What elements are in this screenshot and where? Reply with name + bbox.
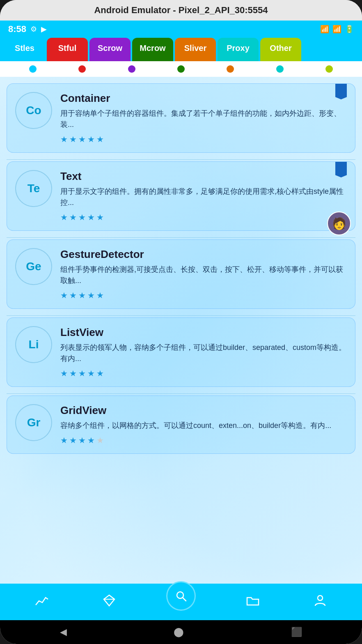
settings-icon: ⚙ (30, 25, 37, 34)
tab-stles[interactable]: Stles (4, 38, 45, 61)
dot-2 (128, 65, 135, 73)
diamond-nav-item[interactable] (99, 590, 119, 614)
list-item[interactable]: Gr GridView 容纳多个组件，以网格的方式。可以通过count、exte… (7, 396, 355, 454)
star-icon: ★ (96, 368, 104, 378)
tab-mcrow[interactable]: Mcrow (132, 38, 173, 61)
stars-row: ★ ★ ★ ★ ★ (60, 368, 347, 378)
card-desc: 列表显示的领军人物，容纳多个子组件，可以通过builder、separated、… (60, 342, 347, 364)
dot-6 (325, 65, 333, 73)
card-title: ListView (60, 326, 347, 339)
card-desc: 容纳多个组件，以网格的方式。可以通过count、exten...on、build… (60, 420, 347, 431)
star-icon: ★ (78, 435, 86, 445)
profile-nav-item[interactable] (310, 590, 330, 614)
card-desc: 组件手势事件的检测器,可接受点击、长按、双击，按下、松开、移动等事件，并可以获取… (60, 264, 347, 286)
tab-stful[interactable]: Stful (47, 38, 88, 61)
list-item[interactable]: Co Container 用于容纳单个子组件的容器组件。集成了若干个单子组件的功… (7, 83, 355, 153)
title-bar: Android Emulator - Pixel_2_API_30:5554 (0, 0, 362, 21)
svg-marker-0 (104, 595, 115, 606)
star-empty-icon: ★ (96, 435, 104, 445)
tab-stful-label: Stful (58, 44, 76, 53)
stars-row: ★ ★ ★ ★ ★ (60, 290, 347, 300)
analytics-nav-item[interactable] (32, 590, 52, 614)
bookmark-icon (335, 84, 347, 99)
battery-icon: 🔋 (345, 25, 354, 34)
list-item[interactable]: Li ListView 列表显示的领军人物，容纳多个子组件，可以通过builde… (7, 317, 355, 387)
dot-1 (78, 65, 86, 73)
star-icon: ★ (87, 290, 95, 300)
search-fab[interactable] (166, 581, 196, 611)
tab-proxy[interactable]: Proxy (218, 38, 259, 61)
avatar: Co (15, 92, 52, 129)
dot-0 (29, 65, 37, 73)
star-icon: ★ (96, 212, 104, 222)
tab-other-label: Other (270, 44, 291, 53)
star-icon: ★ (69, 212, 77, 222)
dots-row (0, 61, 362, 77)
status-left: 8:58 ⚙ ▶ (8, 24, 47, 34)
card-desc: 用于显示文字的组件。拥有的属性非常多，足够满足你的使用需求,核心样式由style… (60, 186, 347, 208)
play-icon: ▶ (41, 25, 47, 34)
star-icon: ★ (87, 134, 95, 144)
star-icon: ★ (60, 290, 68, 300)
status-right: 📶 📶 🔋 (320, 25, 354, 34)
star-icon: ★ (69, 134, 77, 144)
card-title: GestureDetector (60, 248, 347, 261)
tab-mcrow-label: Mcrow (140, 44, 165, 53)
device-frame: Android Emulator - Pixel_2_API_30:5554 8… (0, 0, 362, 644)
android-nav: ◀ ⬤ ⬛ (0, 620, 362, 644)
folder-nav-item[interactable] (243, 590, 263, 614)
star-icon: ★ (78, 368, 86, 378)
star-icon: ★ (87, 212, 95, 222)
star-icon: ★ (60, 212, 68, 222)
stars-row: ★ ★ ★ ★ ★ (60, 212, 347, 222)
avatar: Gr (15, 404, 52, 441)
card-body: GestureDetector 组件手势事件的检测器,可接受点击、长按、双击，按… (60, 248, 347, 300)
star-icon: ★ (60, 368, 68, 378)
stars-row: ★ ★ ★ ★ ★ (60, 134, 347, 144)
dot-5 (276, 65, 284, 73)
divider (7, 237, 355, 238)
list-item[interactable]: Ge GestureDetector 组件手势事件的检测器,可接受点击、长按、双… (7, 239, 355, 309)
avatar: Li (15, 326, 52, 363)
star-icon: ★ (96, 290, 104, 300)
dot-3 (177, 65, 185, 73)
tab-sliver[interactable]: Sliver (175, 38, 216, 61)
tab-stles-label: Stles (15, 44, 34, 53)
list-item[interactable]: Te Text 用于显示文字的组件。拥有的属性非常多，足够满足你的使用需求,核心… (7, 161, 355, 231)
star-icon: ★ (69, 368, 77, 378)
bottom-nav (0, 584, 362, 620)
star-icon: ★ (78, 212, 86, 222)
signal-icon: 📶 (332, 25, 341, 34)
stars-row: ★ ★ ★ ★ ★ (60, 435, 347, 445)
card-title: GridView (60, 404, 347, 417)
content-area: Co Container 用于容纳单个子组件的容器组件。集成了若干个单子组件的功… (0, 77, 362, 584)
recents-button[interactable]: ⬛ (291, 627, 302, 637)
bookmark-icon (335, 162, 347, 177)
svg-line-3 (183, 598, 186, 601)
tab-scrow-label: Scrow (98, 44, 122, 53)
star-icon: ★ (96, 134, 104, 144)
status-bar: 8:58 ⚙ ▶ 📶 📶 🔋 (0, 21, 362, 38)
card-desc: 用于容纳单个子组件的容器组件。集成了若干个单子组件的功能，如内外边距、形变、装.… (60, 108, 347, 130)
back-button[interactable]: ◀ (60, 627, 67, 637)
svg-point-4 (318, 596, 323, 600)
wifi-icon: 📶 (320, 25, 329, 34)
home-button[interactable]: ⬤ (174, 627, 184, 637)
star-icon: ★ (87, 368, 95, 378)
tab-proxy-label: Proxy (227, 44, 250, 53)
tab-scrow[interactable]: Scrow (89, 38, 131, 61)
avatar: Te (15, 170, 52, 207)
star-icon: ★ (69, 435, 77, 445)
card-body: ListView 列表显示的领军人物，容纳多个子组件，可以通过builder、s… (60, 326, 347, 378)
divider (7, 393, 355, 394)
card-body: Container 用于容纳单个子组件的容器组件。集成了若干个单子组件的功能，如… (60, 92, 347, 144)
card-body: GridView 容纳多个组件，以网格的方式。可以通过count、exten..… (60, 404, 347, 445)
card-title: Text (60, 170, 347, 183)
star-icon: ★ (60, 435, 68, 445)
title-text: Android Emulator - Pixel_2_API_30:5554 (94, 5, 268, 15)
tab-other[interactable]: Other (260, 38, 301, 61)
card-title: Container (60, 92, 347, 105)
star-icon: ★ (69, 290, 77, 300)
dot-4 (227, 65, 234, 73)
status-time: 8:58 (8, 24, 26, 34)
